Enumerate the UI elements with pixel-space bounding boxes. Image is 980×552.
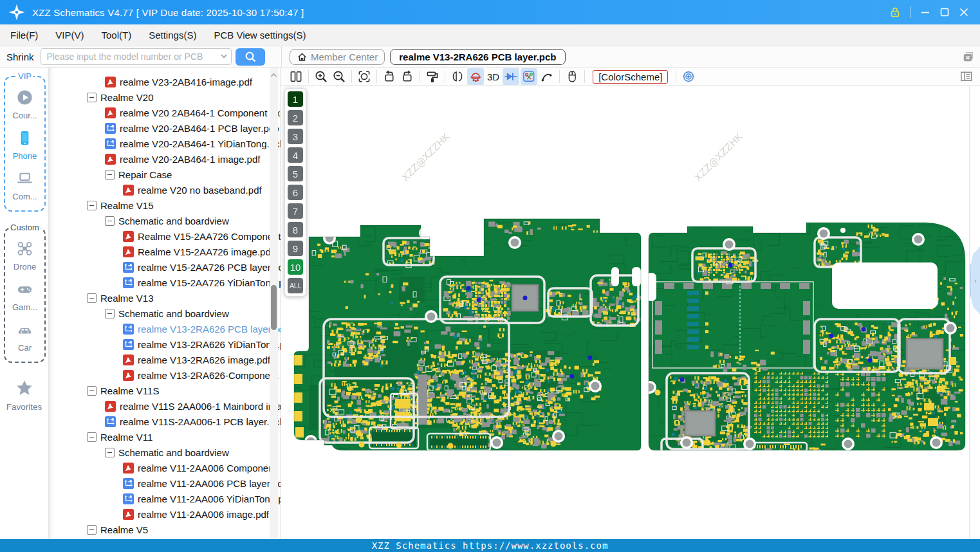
tree-group[interactable]: Schematic and boardview [48,306,281,321]
pcb-board-view[interactable] [281,86,980,539]
tree-item[interactable]: realme V13-2RA626 YiDianTong.pcb [48,336,281,352]
tree-collapse-toggle[interactable] [87,432,97,442]
tree-group[interactable]: Realme V15 [48,198,281,213]
tree-item[interactable]: realme V20-2AB464-1 YiDianTong.pcb [48,136,281,151]
layer-button-1[interactable]: 1 [288,91,303,107]
measure-tool-button[interactable] [521,68,537,85]
menu-item-file[interactable]: File(F) [10,30,38,41]
tree-group[interactable]: Realme V20 [48,89,281,105]
chevron-down-icon[interactable] [221,54,227,59]
menu-item-vip[interactable]: VIP(V) [55,30,84,41]
layer-button-7[interactable]: 7 [288,203,303,219]
tree-collapse-toggle[interactable] [105,216,115,226]
maximize-button[interactable] [935,4,954,21]
tree-collapse-toggle[interactable] [87,93,97,102]
rail-item-favorites[interactable]: Favorites [0,378,48,412]
tree-collapse-toggle[interactable] [105,448,115,457]
tree-item[interactable]: realme V11-2AA006 image.pdf [48,506,281,522]
fit-screen-button[interactable] [356,68,373,85]
view-3d-button[interactable]: 3D [485,71,502,82]
tree-item[interactable]: realme V11-2AA006 PCB layer.pcb [48,475,281,491]
tree-item[interactable]: realme V20 2AB464-1 Component explorer.p… [48,105,281,120]
color-scheme-button[interactable]: [ColorScheme] [593,70,668,84]
tree-item[interactable]: realme V13-2RA626 PCB layer.pcb [48,321,281,336]
mouse-settings-button[interactable] [564,68,580,85]
menu-item-pcb-view-settings[interactable]: PCB View settings(S) [214,30,306,41]
rotate-right-button[interactable] [399,68,416,85]
tree-item-label: realme V11S 2AA006-1 Mainbord image [120,401,281,412]
close-all-tabs-icon[interactable] [962,51,974,66]
layer-button-10[interactable]: 10 [288,259,303,275]
tree-item-label: Repair Case [118,169,172,180]
rail-item-gam[interactable]: Gam... [12,281,37,312]
menu-item-tool[interactable]: Tool(T) [102,30,132,41]
zoom-in-button[interactable] [313,68,329,85]
tree-scrollbar[interactable] [270,68,278,539]
tree-item[interactable]: realme V15-2AA726 YiDianTong.pcb [48,275,281,290]
tree-item[interactable]: realme V11-2AA006 Component [48,460,281,475]
rail-item-car[interactable]: Car [16,321,33,353]
member-center-button[interactable]: Member Center [290,49,385,65]
vip-lock-icon[interactable] [885,4,905,21]
diode-tool-button[interactable] [503,68,519,85]
layer-button-9[interactable]: 9 [288,241,303,256]
rail-item-phone[interactable]: Phone [13,129,37,161]
layer-button-all[interactable]: ALL [288,278,303,293]
tree-item[interactable]: realme V20-2AB464-1 PCB layer.pcb [48,120,281,136]
lamp-highlight-button[interactable] [467,68,484,85]
paint-roller-button[interactable] [424,68,441,85]
layer-button-8[interactable]: 8 [288,222,303,237]
titlebar-separator [910,6,911,18]
tree-group[interactable]: Realme V11 [48,429,281,445]
tree-collapse-toggle[interactable] [105,170,115,179]
layer-button-4[interactable]: 4 [288,147,303,163]
minimize-button[interactable] [916,4,935,21]
model-search-input[interactable] [41,48,232,65]
layer-button-3[interactable]: 3 [288,129,303,144]
tree-group[interactable]: Realme V13 [48,290,281,306]
curve-tool-button[interactable] [539,68,555,85]
tree-item[interactable]: realme V11-2AA006 YiDianTong.pcb [48,491,281,506]
tree-item[interactable]: realme V20 no baseband.pdf [48,182,281,198]
tree-item[interactable]: realme V13-2RA626 image.pdf [48,352,281,367]
tree-group[interactable]: Realme V11S [48,383,281,398]
zoom-out-button[interactable] [331,68,347,85]
tree-group[interactable]: Schematic and boardview [48,213,281,228]
tree-item[interactable]: realme V13-2RA626-Component [48,367,281,383]
tree-item[interactable]: realme V11S-2AA006-1 PCB layer.pcb [48,414,281,429]
concentric-circles-icon[interactable] [680,68,697,85]
tree-item[interactable]: Realme V15-2AA726 image.pdf [48,244,281,259]
tree-item[interactable]: realme V20-2AB464-1 image.pdf [48,151,281,167]
search-button[interactable] [236,48,265,66]
layer-button-6[interactable]: 6 [288,185,303,200]
tree-collapse-toggle[interactable] [87,525,97,535]
split-view-button[interactable] [288,68,304,85]
tree-item[interactable]: Realme V15-2AA726 Component [48,228,281,244]
tree-collapse-toggle[interactable] [87,201,97,210]
tree-collapse-toggle[interactable] [87,386,97,396]
tree-collapse-toggle[interactable] [105,309,115,318]
rail-item-com[interactable]: Com... [12,170,37,201]
pcb-file-icon [105,416,116,427]
tree-item[interactable]: realme V23-2AB416-image.pdf [48,74,281,89]
tree-scrollbar-thumb[interactable] [271,285,277,330]
layers-panel-button[interactable] [959,69,974,86]
shrink-button[interactable]: Shrink [6,51,34,62]
scroll-up-icon[interactable] [270,69,277,80]
tree-collapse-toggle[interactable] [87,293,97,303]
layer-button-2[interactable]: 2 [288,110,303,125]
rail-item-drone[interactable]: Drone [14,240,36,271]
tree-item[interactable]: realme V15-2AA726 PCB layer.pcb [48,259,281,275]
pcb-toolbar: 3D [ColorScheme] [281,68,980,86]
tree-group[interactable]: Repair Case [48,167,281,182]
tree-group[interactable]: Schematic and boardview [48,445,281,460]
rail-item-cour[interactable]: Cour... [12,89,37,120]
menu-item-settings[interactable]: Settings(S) [149,30,196,41]
layer-button-5[interactable]: 5 [288,166,303,181]
rotate-left-button[interactable] [381,68,398,85]
document-tab[interactable]: realme V13-2RA626 PCB layer.pcb [390,49,565,65]
tree-group[interactable]: Realme V5 [48,522,281,537]
mirror-flip-button[interactable] [449,68,466,85]
tree-item[interactable]: realme V11S 2AA006-1 Mainbord image [48,398,281,414]
close-button[interactable] [954,4,974,21]
